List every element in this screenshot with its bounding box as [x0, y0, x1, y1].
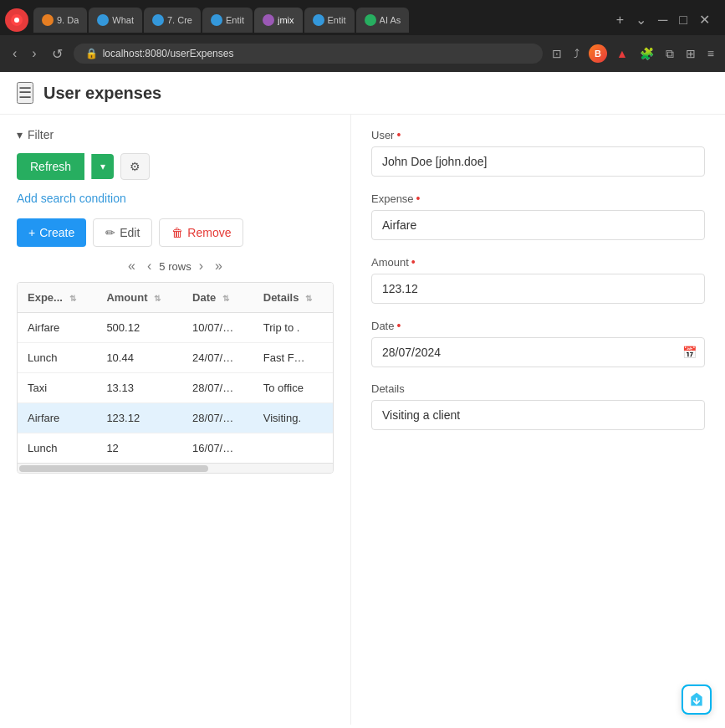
create-button[interactable]: + Create: [17, 218, 86, 247]
tab-3[interactable]: 7. Cre: [144, 8, 201, 33]
tab-list-button[interactable]: ⌄: [632, 12, 650, 28]
next-page-button[interactable]: ›: [195, 257, 207, 275]
refresh-button[interactable]: Refresh: [17, 153, 84, 180]
form-label-user: User •: [371, 128, 705, 141]
table-row[interactable]: Lunch10.4424/07/…Fast F…: [18, 343, 333, 373]
tab-bar: 9. Da What 7. Cre Entit jmix Entit AI As…: [0, 0, 725, 35]
prev-page-button[interactable]: ‹: [143, 257, 156, 275]
user-label-text: User: [371, 129, 394, 141]
data-table: Expe... ⇅ Amount ⇅ Date ⇅: [18, 283, 333, 463]
table-row[interactable]: Lunch1216/07/…: [18, 433, 333, 464]
remove-button[interactable]: 🗑 Remove: [159, 218, 243, 247]
tab-favicon-4: [211, 14, 222, 26]
form-group-expense: Expense •: [371, 192, 705, 240]
tab-actions: + ⌄ ─ □ ✕: [613, 12, 720, 28]
cell-amount-3: 13.13: [96, 373, 182, 403]
settings-gear-icon: ⚙: [130, 160, 140, 173]
sort-icon-amount: ⇅: [154, 294, 161, 303]
form-group-user: User •: [371, 128, 705, 177]
tab-favicon-3: [152, 14, 164, 26]
table-row[interactable]: Airfare500.1210/07/…Trip to .: [18, 313, 333, 343]
date-input[interactable]: [371, 337, 705, 367]
url-bar[interactable]: 🔒 localhost:8080/userExpenses: [74, 44, 543, 64]
cell-date-4: 28/07/…: [182, 403, 253, 433]
tab-favicon-5: [263, 14, 274, 26]
sidebar-toggle-button[interactable]: ⧉: [663, 44, 676, 64]
cell-details-3: To office: [253, 373, 333, 403]
form-label-details: Details: [371, 382, 705, 395]
amount-input[interactable]: [371, 274, 705, 304]
form-group-amount: Amount •: [371, 255, 705, 304]
tab-favicon-7: [365, 14, 376, 26]
tab-2[interactable]: What: [89, 8, 142, 33]
brave-icon: B: [589, 44, 607, 63]
details-input[interactable]: [371, 400, 705, 430]
new-tab-button[interactable]: +: [613, 12, 627, 28]
tab-4[interactable]: Entit: [202, 8, 253, 33]
sort-icon-date: ⇅: [222, 294, 229, 303]
form-group-details: Details: [371, 382, 705, 430]
user-required-indicator: •: [396, 128, 401, 141]
cell-date-2: 24/07/…: [182, 343, 253, 373]
svg-point-1: [14, 18, 19, 23]
calendar-icon[interactable]: 📅: [682, 346, 697, 359]
share-button[interactable]: ⤴: [571, 44, 582, 63]
last-page-button[interactable]: »: [211, 257, 227, 275]
cell-expense-4: Airfare: [18, 403, 96, 433]
first-page-button[interactable]: «: [124, 257, 140, 275]
col-header-date[interactable]: Date ⇅: [182, 283, 253, 313]
app-header: ☰ User expenses: [0, 72, 725, 115]
col-header-details[interactable]: Details ⇅: [253, 283, 333, 313]
url-text: localhost:8080/userExpenses: [103, 48, 234, 59]
forward-button[interactable]: ›: [28, 44, 40, 63]
filter-toggle[interactable]: ▾ Filter: [17, 128, 334, 141]
cell-amount-4: 123.12: [96, 403, 182, 433]
tab-favicon-1: [42, 14, 54, 26]
refresh-dropdown-button[interactable]: ▾: [91, 154, 114, 179]
expense-input[interactable]: [371, 210, 705, 240]
reload-button[interactable]: ↺: [48, 44, 67, 64]
tab-1[interactable]: 9. Da: [33, 8, 87, 33]
table-row[interactable]: Taxi13.1328/07/…To office: [18, 373, 333, 403]
minimize-button[interactable]: ─: [655, 12, 671, 28]
extensions-button[interactable]: 🧩: [637, 44, 656, 63]
close-button[interactable]: ✕: [696, 12, 713, 28]
cell-amount-5: 12: [96, 433, 182, 464]
main-content: ▾ Filter Refresh ▾ ⚙ Add search conditio…: [0, 115, 725, 725]
back-button[interactable]: ‹: [8, 44, 21, 63]
wallet-button[interactable]: ⊞: [683, 44, 698, 63]
tab-5[interactable]: jmix: [254, 8, 303, 33]
col-header-amount[interactable]: Amount ⇅: [96, 283, 182, 313]
create-label: Create: [39, 226, 74, 239]
edit-label: Edit: [120, 226, 140, 239]
create-plus-icon: +: [28, 226, 35, 239]
tab-7[interactable]: AI As: [356, 8, 410, 33]
add-condition-link[interactable]: Add search condition: [17, 192, 126, 205]
rows-count: 5 rows: [159, 260, 191, 273]
tab-label-2: What: [112, 15, 134, 25]
user-input[interactable]: [371, 146, 705, 177]
settings-button[interactable]: ⚙: [120, 153, 150, 180]
crud-bar: + Create ✏ Edit 🗑 Remove: [17, 218, 334, 247]
cell-details-2: Fast F…: [253, 343, 333, 373]
screen-cast-button[interactable]: ⊡: [549, 44, 564, 63]
cell-date-3: 28/07/…: [182, 373, 253, 403]
col-header-expense[interactable]: Expe... ⇅: [18, 283, 96, 313]
sort-icon-details: ⇅: [305, 294, 312, 303]
cell-expense-5: Lunch: [18, 433, 96, 464]
cell-amount-1: 500.12: [96, 313, 182, 343]
table-scrollbar[interactable]: [18, 463, 333, 473]
vaadin-widget[interactable]: [682, 684, 712, 715]
vaadin-icon: [688, 691, 705, 708]
browser-logo: [5, 8, 28, 32]
table-row[interactable]: Airfare123.1228/07/…Visiting.: [18, 403, 333, 433]
cell-details-4: Visiting.: [253, 403, 333, 433]
vpn-icon[interactable]: ▲: [614, 44, 631, 63]
maximize-button[interactable]: □: [676, 12, 691, 28]
edit-button[interactable]: ✏ Edit: [93, 218, 152, 247]
form-label-amount: Amount •: [371, 255, 705, 269]
menu-button[interactable]: ≡: [705, 44, 717, 63]
hamburger-menu[interactable]: ☰: [17, 82, 33, 104]
date-field-wrapper: 📅: [371, 337, 705, 367]
tab-6[interactable]: Entit: [304, 8, 355, 33]
